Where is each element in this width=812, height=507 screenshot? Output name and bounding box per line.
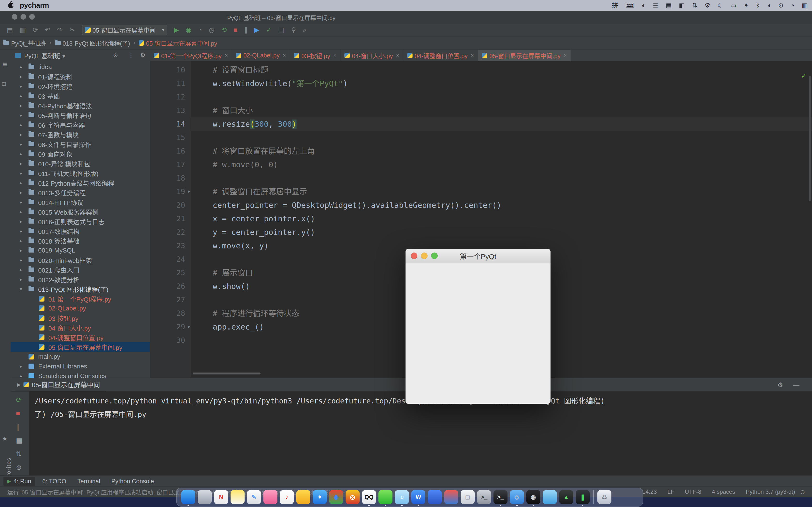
keyboard-icon[interactable]: ⌨ — [625, 0, 635, 11]
tree-item[interactable]: ▸02-环境搭建 — [11, 81, 150, 91]
chevron-right-icon[interactable]: ▸ — [20, 200, 22, 205]
qq-music[interactable]: ♫ — [395, 490, 409, 504]
chevron-right-icon[interactable]: ▸ — [20, 64, 22, 70]
code-line[interactable]: app.exec_() — [213, 320, 264, 334]
editor-tab[interactable]: 04-调整窗口位置.py× — [403, 50, 478, 61]
run-configuration-select[interactable]: 05-窗口显示在屏幕中间 ▾ — [82, 25, 167, 35]
chevron-right-icon[interactable]: ▸ — [20, 74, 22, 79]
tree-item[interactable]: ▸03-基础 — [11, 91, 150, 101]
chevron-right-icon[interactable]: ▸ — [20, 228, 22, 234]
tree-item[interactable]: ▸0021-爬虫入门 — [11, 265, 150, 275]
code-line[interactable]: w.resize(300, 300) — [213, 117, 297, 131]
launchpad[interactable] — [198, 490, 212, 504]
chevron-right-icon[interactable]: ▸ — [20, 113, 22, 118]
wechat[interactable] — [378, 490, 393, 504]
zoom-button[interactable] — [29, 14, 35, 19]
minimize-icon[interactable]: — — [793, 381, 800, 389]
tree-item[interactable]: ▸06-字符串与容器 — [11, 120, 150, 130]
run-console[interactable]: /Users/codefuture.top/python_virtual_env… — [29, 391, 812, 475]
control-center-icon[interactable]: ◔ — [791, 0, 795, 11]
status-segment[interactable]: UTF-8 — [685, 489, 701, 495]
status-segment[interactable]: LF — [667, 489, 674, 495]
cut-icon[interactable]: ✂ — [69, 26, 75, 34]
minimize-button[interactable] — [20, 14, 26, 19]
browser[interactable]: ◎ — [346, 490, 360, 504]
code-line[interactable]: # w.move(0, 0) — [213, 158, 278, 171]
locate-icon[interactable]: ⊙ — [113, 52, 118, 59]
dark-app[interactable]: ❚ — [576, 490, 590, 504]
chevron-right-icon[interactable]: ▸ — [20, 219, 22, 224]
tree-item[interactable]: ▸09-面向对象 — [11, 149, 150, 159]
tree-item[interactable]: 04-窗口大小.py — [11, 323, 150, 332]
list-icon[interactable]: ☰ — [653, 0, 658, 11]
code-line[interactable]: y = center_pointer.y() — [213, 225, 315, 239]
close-icon[interactable]: × — [333, 52, 337, 59]
tree-item[interactable]: ▸External Libraries — [11, 361, 150, 371]
sync-icon[interactable]: ⇅ — [692, 0, 698, 11]
spotlight-icon[interactable]: ⊙ — [778, 0, 783, 11]
tree-item[interactable]: ▸Scratches and Consoles — [11, 371, 150, 378]
textedit[interactable]: ✎ — [247, 490, 261, 504]
chevron-right-icon[interactable]: ▸ — [20, 161, 22, 166]
sync-icon[interactable]: ⟳ — [33, 26, 38, 34]
chevron-right-icon[interactable]: ▸ — [20, 373, 22, 378]
breadcrumb-segment[interactable]: PyQt_基础班 — [3, 39, 46, 47]
tree-item[interactable]: ▸0016-正则表达式与日志 — [11, 217, 150, 226]
tree-item[interactable]: ▸07-函数与模块 — [11, 130, 150, 139]
code-line[interactable]: # 设置窗口标题 — [213, 63, 268, 77]
tree-item[interactable]: ▾013-PyQt 图形化编程(了) — [11, 284, 150, 294]
diff-icon[interactable]: ▤ — [278, 26, 285, 34]
chevron-right-icon[interactable]: ▸ — [20, 248, 22, 253]
tool-window-button[interactable]: ▶4: Run — [3, 477, 35, 486]
volume-icon[interactable]: ◖ — [767, 0, 771, 11]
kebab-icon[interactable]: ⋮ — [128, 52, 134, 59]
rerun-icon[interactable]: ⟲ — [221, 26, 227, 34]
clear-icon[interactable]: ⊘ — [16, 463, 21, 471]
tree-item[interactable]: ▸0019-MySQL — [11, 245, 150, 255]
code-line[interactable]: # 窗口大小 — [213, 104, 253, 117]
close-icon[interactable]: × — [471, 52, 474, 59]
tree-item[interactable]: ▸012-Python高级与网络编程 — [11, 178, 150, 187]
pyqt-app-window[interactable]: 第一个PyQt — [406, 249, 551, 404]
preview[interactable]: ◻ — [461, 490, 475, 504]
editor-tab[interactable]: 02-QLabel.py× — [232, 50, 290, 61]
code-line[interactable]: # 调整窗口在屏幕居中显示 — [213, 185, 307, 199]
profiler-icon[interactable]: ◷ — [209, 26, 215, 34]
settings-icon[interactable]: ⚙ — [777, 381, 783, 389]
chevron-right-icon[interactable]: ▸ — [20, 258, 22, 263]
run-tab[interactable]: ▶ 05-窗口显示在屏幕中间 — [15, 378, 105, 392]
tree-item[interactable]: main.py — [11, 352, 150, 361]
wifi-icon[interactable]: ✦ — [744, 0, 749, 11]
tree-item[interactable]: ▸01-课程资料 — [11, 72, 150, 81]
tree-item[interactable]: ▸0020-mini-web框架 — [11, 255, 150, 265]
tree-item[interactable]: ▸05-判断与循环语句 — [11, 110, 150, 120]
tree-item[interactable]: ▸010-异常.模块和包 — [11, 159, 150, 168]
qq[interactable]: QQ — [362, 490, 376, 504]
tree-item[interactable]: 02-QLabel.py — [11, 303, 150, 313]
code-line[interactable]: # 将窗口放置在屏幕的左上角 — [213, 145, 315, 158]
close-icon[interactable]: × — [396, 52, 399, 59]
word[interactable]: W — [411, 490, 425, 504]
code-line[interactable]: w.setWindowTitle("第一个PyQt") — [213, 77, 348, 90]
inspections-ok-icon[interactable]: ✓ — [801, 72, 807, 80]
open-icon[interactable]: ⬒ — [7, 26, 13, 34]
netease-music[interactable]: ♪ — [280, 490, 294, 504]
chrome[interactable]: ◉ — [329, 490, 343, 504]
bluetooth-icon[interactable]: ᛒ — [756, 0, 760, 11]
tool-window-button[interactable]: Python Console — [108, 477, 158, 486]
finder[interactable] — [181, 490, 195, 504]
tree-item[interactable]: ▸08-文件与目录操作 — [11, 139, 150, 149]
docker[interactable] — [543, 490, 557, 504]
debug-icon[interactable]: ◉ — [186, 26, 191, 34]
project-tool-icon[interactable]: ▤ — [2, 61, 8, 68]
tree-item[interactable]: ▸0022-数据分析 — [11, 275, 150, 284]
breadcrumb-segment[interactable]: 013-PyQt 图形化编程(了) — [55, 39, 130, 47]
project-panel-header[interactable]: PyQt_基础班 ▾ ⊙ ⋮ ⚙ — [11, 50, 150, 61]
stop-icon[interactable]: ■ — [234, 26, 237, 34]
step-icon[interactable]: ∥ — [244, 26, 248, 34]
tree-item[interactable]: 01-第一个PyQt程序.py — [11, 294, 150, 303]
blue-doc[interactable] — [428, 490, 442, 504]
search-icon[interactable]: ⌕ — [303, 26, 306, 34]
close-icon[interactable]: × — [283, 52, 286, 59]
moon-icon[interactable]: ☾ — [717, 0, 723, 11]
